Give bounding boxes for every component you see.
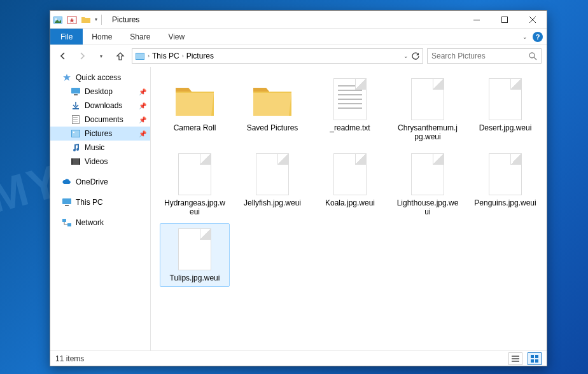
- svg-rect-19: [71, 158, 80, 165]
- svg-point-2: [55, 18, 57, 20]
- nav-quick-access[interactable]: Quick access: [50, 71, 150, 85]
- minimize-button[interactable]: [463, 11, 491, 29]
- recent-dropdown-icon[interactable]: ▾: [94, 48, 109, 64]
- chevron-icon[interactable]: ›: [182, 53, 184, 59]
- svg-rect-31: [531, 359, 534, 363]
- file-icon: [172, 226, 218, 272]
- file-item[interactable]: Lighthouse.jpg.weui: [393, 148, 463, 221]
- file-item[interactable]: Koala.jpg.weui: [315, 148, 385, 221]
- chevron-icon[interactable]: ›: [148, 53, 150, 59]
- nav-label: Music: [85, 143, 104, 152]
- file-label: Desert.jpg.weui: [478, 122, 533, 132]
- nav-onedrive[interactable]: OneDrive: [50, 175, 150, 189]
- file-item[interactable]: _readme.txt: [315, 73, 385, 146]
- svg-rect-13: [73, 117, 78, 118]
- up-button[interactable]: [113, 48, 128, 64]
- svg-rect-27: [512, 358, 519, 359]
- file-item[interactable]: Desert.jpg.weui: [470, 73, 540, 146]
- file-icon: [405, 76, 451, 122]
- svg-rect-22: [62, 198, 71, 204]
- close-button[interactable]: [519, 11, 547, 29]
- nav-label: OneDrive: [76, 177, 108, 186]
- window-title: Pictures: [112, 15, 139, 24]
- svg-rect-5: [502, 17, 508, 22]
- file-icon: [249, 151, 295, 197]
- svg-rect-10: [74, 94, 78, 95]
- documents-icon: [71, 114, 81, 125]
- search-input[interactable]: [431, 52, 524, 60]
- nav-label: Documents: [85, 115, 123, 124]
- maximize-button[interactable]: [491, 11, 519, 29]
- nav-label: Desktop: [85, 87, 113, 96]
- ribbon: File Home Share View ⌄ ?: [50, 29, 547, 45]
- file-icon: [327, 76, 373, 122]
- file-label: Jellyfish.jpg.weui: [242, 197, 302, 207]
- nav-item-desktop[interactable]: Desktop📌: [50, 85, 150, 99]
- file-item[interactable]: Tulips.jpg.weui: [160, 223, 230, 287]
- refresh-icon[interactable]: [411, 52, 420, 60]
- quick-access-icon[interactable]: [67, 15, 77, 25]
- file-label: Lighthouse.jpg.weui: [395, 197, 461, 216]
- svg-point-18: [73, 132, 74, 133]
- nav-label: This PC: [76, 198, 103, 207]
- svg-rect-7: [136, 53, 144, 59]
- nav-item-pictures[interactable]: Pictures📌: [50, 127, 150, 141]
- help-icon[interactable]: ?: [533, 32, 543, 42]
- tab-view[interactable]: View: [159, 29, 193, 45]
- details-view-button[interactable]: [508, 352, 522, 365]
- file-item[interactable]: Chrysanthemum.jpg.weui: [393, 73, 463, 146]
- folder-icon: [249, 76, 295, 122]
- file-item[interactable]: Camera Roll: [160, 73, 230, 146]
- pin-icon: 📌: [139, 102, 146, 109]
- address-bar[interactable]: › This PC › Pictures ⌄: [132, 48, 423, 64]
- svg-rect-11: [73, 108, 79, 109]
- forward-button[interactable]: [74, 48, 90, 64]
- breadcrumb-this-pc[interactable]: This PC: [152, 52, 179, 60]
- star-icon: [62, 73, 72, 83]
- nav-network[interactable]: Network: [50, 216, 150, 230]
- svg-rect-24: [62, 219, 66, 222]
- nav-item-documents[interactable]: Documents📌: [50, 113, 150, 127]
- svg-rect-9: [71, 88, 80, 94]
- svg-rect-17: [72, 130, 80, 137]
- content-pane[interactable]: Camera RollSaved Pictures_readme.txtChry…: [151, 67, 547, 350]
- nav-item-music[interactable]: Music: [50, 141, 150, 155]
- svg-rect-21: [79, 158, 80, 165]
- cloud-icon: [62, 177, 72, 187]
- nav-label: Downloads: [85, 101, 122, 110]
- svg-rect-4: [473, 20, 480, 20]
- svg-rect-29: [531, 355, 534, 358]
- nav-this-pc[interactable]: This PC: [50, 195, 150, 209]
- tab-share[interactable]: Share: [121, 29, 159, 45]
- desktop-icon: [71, 87, 81, 97]
- addr-dropdown-icon[interactable]: ⌄: [403, 53, 409, 59]
- search-icon: [528, 52, 537, 60]
- qat-new-folder-icon[interactable]: [81, 15, 91, 25]
- file-icon: [405, 151, 451, 197]
- pin-icon: 📌: [139, 88, 146, 95]
- videos-icon: [71, 156, 81, 167]
- back-button[interactable]: [55, 48, 71, 64]
- svg-rect-32: [535, 359, 538, 363]
- tab-home[interactable]: Home: [83, 29, 121, 45]
- nav-item-videos[interactable]: Videos: [50, 155, 150, 169]
- nav-item-downloads[interactable]: Downloads📌: [50, 99, 150, 113]
- breadcrumb-pictures[interactable]: Pictures: [186, 52, 214, 60]
- explorer-window: ▾ Pictures File Home Share View ⌄ ?: [50, 10, 547, 366]
- file-icon: [172, 151, 218, 197]
- file-item[interactable]: Penguins.jpg.weui: [470, 148, 540, 221]
- svg-rect-26: [512, 356, 519, 357]
- file-tab[interactable]: File: [50, 29, 83, 45]
- qat-dropdown-icon[interactable]: ▾: [95, 17, 97, 22]
- pictures-icon: [71, 128, 81, 139]
- file-item[interactable]: Saved Pictures: [237, 73, 307, 146]
- nav-label: Pictures: [85, 129, 112, 138]
- ribbon-expand-icon[interactable]: ⌄: [522, 34, 528, 40]
- large-icons-view-button[interactable]: [528, 352, 542, 365]
- search-box[interactable]: [427, 48, 542, 64]
- pin-icon: 📌: [139, 130, 146, 137]
- svg-rect-28: [512, 361, 519, 362]
- file-item[interactable]: Jellyfish.jpg.weui: [237, 148, 307, 221]
- file-item[interactable]: Hydrangeas.jpg.weui: [160, 148, 230, 221]
- file-label: Chrysanthemum.jpg.weui: [395, 122, 461, 141]
